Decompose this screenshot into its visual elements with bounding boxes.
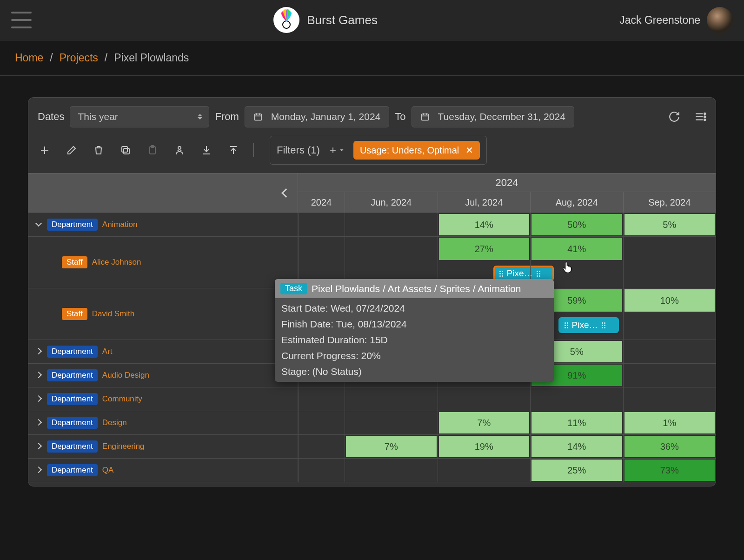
toolbar: Filters (1) Usage: Unders, Optimal ✕ [28,131,716,173]
department-tag: Department [47,346,98,358]
filter-chip-usage[interactable]: Usage: Unders, Optimal ✕ [353,141,480,160]
svg-point-21 [178,147,181,149]
menu-icon[interactable] [11,12,32,28]
gantt-row: Department Animation14%50%5% [28,213,716,237]
list-menu-icon[interactable] [694,111,706,123]
task-tag: Task [280,283,307,294]
caret-icon[interactable] [35,348,42,355]
timeline-cell[interactable]: 5% [623,213,716,236]
usage-cell: 7% [346,436,437,457]
timeline-cell[interactable]: 36% [623,435,716,458]
timeline-cell[interactable] [623,364,716,387]
department-tag: Department [47,369,98,381]
timeline-nav [28,173,298,213]
timeline-cell[interactable] [623,340,716,363]
timeline-month: Sep, 2024 [623,192,716,213]
caret-icon[interactable] [35,395,42,403]
caret-icon[interactable] [35,467,42,474]
timeline-cell[interactable]: 50% [530,213,623,236]
caret-icon[interactable] [35,419,42,427]
from-date-input[interactable]: Monday, January 1, 2024 [245,106,389,127]
timeline-month: Jun, 2024 [345,192,438,213]
paste-icon [146,143,159,157]
user-menu[interactable]: Jack Greenstone [619,7,733,33]
timeline-cell[interactable]: 1% [623,411,716,434]
svg-rect-18 [122,147,127,152]
delete-icon[interactable] [92,143,106,157]
timeline-cell[interactable] [298,387,345,411]
timeline-month: 2024 [298,192,345,213]
caret-icon[interactable] [35,443,42,450]
timeline-cell[interactable]: 14% [530,435,623,458]
department-tag: Department [47,464,98,476]
assign-icon[interactable] [173,143,186,157]
copy-icon[interactable] [119,143,133,157]
breadcrumb-home[interactable]: Home [15,52,43,64]
caret-icon[interactable] [35,221,42,228]
timeline-cell[interactable] [298,213,345,236]
row-label-cell[interactable]: Department Engineering [28,435,298,458]
timeline-cell[interactable] [623,387,716,411]
usage-cell: 27% [439,238,530,260]
usage-cell: 73% [624,460,715,481]
timeline-cell[interactable]: 10% [623,288,716,340]
timeline-cell[interactable]: 73% [623,459,716,482]
row-label-cell[interactable]: Staff David Smith [28,288,298,340]
usage-cell: 19% [439,436,530,457]
row-name: QA [102,466,114,475]
tooltip-duration: Estimated Duration: 15D [281,334,547,346]
close-icon[interactable]: ✕ [465,145,473,156]
upload-icon[interactable] [226,143,240,157]
row-label-cell[interactable]: Department Audio Design [28,364,298,387]
row-label-cell[interactable]: Department QA [28,459,298,482]
timeline-cell[interactable] [345,213,438,236]
timeline-cell[interactable]: 14% [438,213,531,236]
timeline-cell[interactable] [298,435,345,458]
caret-icon[interactable] [35,372,42,379]
timeline-month: Jul, 2024 [438,192,531,213]
row-label-cell[interactable]: Department Community [28,387,298,411]
svg-rect-1 [254,114,261,120]
refresh-icon[interactable] [668,111,680,123]
timeline-cell[interactable] [438,459,531,482]
timeline-cell[interactable]: 11% [530,411,623,434]
breadcrumb-projects[interactable]: Projects [60,52,98,64]
timeline-cell[interactable]: 7% [345,435,438,458]
download-icon[interactable] [199,143,213,157]
row-label-cell[interactable]: Department Design [28,411,298,434]
scroll-left-icon[interactable] [281,188,291,198]
timeline-cell[interactable] [345,459,438,482]
timeline-cell[interactable]: 19% [438,435,531,458]
gantt-row: Department Engineering7%19%14%36% [28,435,716,459]
timeline-cell[interactable]: 7% [438,411,531,434]
avatar[interactable] [707,7,733,33]
timeline-cell[interactable] [530,387,623,411]
timeline-cell[interactable]: 25% [530,459,623,482]
timeline-cell[interactable] [438,387,531,411]
tooltip-finish: Finish Date: Tue, 08/13/2024 [281,319,547,330]
timeline-cell[interactable] [345,387,438,411]
timeline-cell[interactable] [298,459,345,482]
add-filter-button[interactable] [328,146,345,155]
timeline-cell[interactable] [623,237,716,288]
svg-point-14 [704,119,705,120]
timeline-cell[interactable] [345,411,438,434]
staff-tag: Staff [62,308,87,320]
timeline-header: 2024 2024 Jun, 2024 Jul, 2024 Aug, 2024 … [298,173,716,213]
gantt-row: Department Community [28,387,716,411]
filters-box: Filters (1) Usage: Unders, Optimal ✕ [270,136,487,165]
row-label-cell[interactable]: Department Animation [28,213,298,236]
to-date-input[interactable]: Tuesday, December 31, 2024 [412,106,574,127]
department-tag: Department [47,417,98,429]
add-icon[interactable] [38,143,52,157]
row-label-cell[interactable]: Department Art [28,340,298,363]
usage-cell: 5% [624,214,715,235]
task-chip[interactable]: Pixel … [558,317,619,333]
filters-label: Filters (1) [277,144,320,156]
usage-cell: 7% [439,412,530,433]
edit-icon[interactable] [65,143,79,157]
task-label: Pixel … [507,268,533,279]
range-preset-select[interactable]: This year [70,106,209,127]
row-label-cell[interactable]: Staff Alice Johnson [28,237,298,288]
timeline-cell[interactable] [298,411,345,434]
